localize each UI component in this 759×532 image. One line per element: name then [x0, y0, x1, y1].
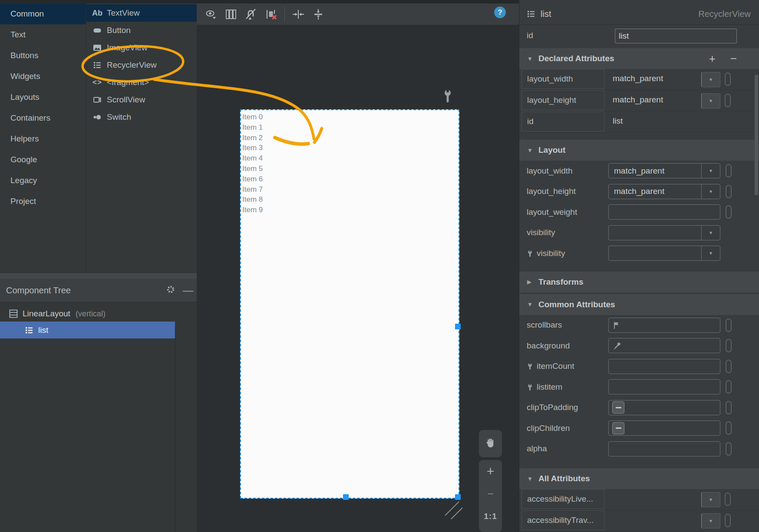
- section-header-transforms[interactable]: ▶Transforms: [519, 272, 759, 292]
- attribute-label: layout_width: [527, 166, 608, 176]
- palette-component-switch[interactable]: Switch: [86, 108, 197, 126]
- picker-icon[interactable]: [613, 342, 621, 350]
- section-header-declared[interactable]: ▼Declared Attributes+−: [519, 48, 759, 69]
- pin-toggle[interactable]: [726, 164, 732, 177]
- palette-category-project[interactable]: Project: [0, 191, 86, 212]
- attribute-row-id: idlist: [519, 112, 759, 133]
- palette-category-widgets[interactable]: Widgets: [0, 66, 86, 87]
- section-header-common[interactable]: ▼Common Attributes: [519, 294, 759, 315]
- picker-icon: [613, 342, 621, 350]
- palette-category-layouts[interactable]: Layouts: [0, 87, 86, 108]
- palette-category-helpers[interactable]: Helpers: [0, 128, 86, 149]
- dropdown-button[interactable]: ▼: [701, 93, 720, 108]
- pin-toggle[interactable]: [725, 493, 731, 506]
- combo-box[interactable]: match_parent▼: [608, 184, 720, 199]
- remove-attribute-button[interactable]: −: [730, 54, 737, 63]
- component-tree-rows: LinearLayout(vertical)list: [0, 302, 197, 338]
- chevron-down-icon: ▼: [527, 147, 538, 154]
- dropdown-button[interactable]: ▼: [701, 492, 720, 507]
- clear-constraints-button[interactable]: [261, 6, 281, 23]
- palette-component-fragment[interactable]: <><fragment>: [86, 74, 197, 91]
- zoom-reset-button[interactable]: 1:1: [479, 505, 502, 528]
- caret-down-icon[interactable]: ▼: [702, 189, 720, 194]
- text-field[interactable]: [608, 318, 720, 333]
- caret-down-icon[interactable]: ▼: [702, 251, 720, 256]
- pin-toggle[interactable]: [726, 319, 732, 332]
- text-field[interactable]: [608, 441, 720, 456]
- text-field[interactable]: [608, 204, 720, 220]
- caret-down-icon[interactable]: ▼: [702, 230, 720, 235]
- checkbox-indeterminate[interactable]: [612, 422, 624, 434]
- palette-category-common[interactable]: Common: [0, 3, 86, 24]
- section-title: All Attributes: [538, 474, 590, 483]
- palette-category-text[interactable]: Text: [0, 24, 86, 45]
- combo-box[interactable]: match_parent▼: [608, 163, 720, 178]
- tree-row-linearlayout[interactable]: LinearLayout(vertical): [0, 306, 197, 322]
- distribute-vertical-button[interactable]: [308, 6, 328, 23]
- device-preview-recyclerview[interactable]: Item 0Item 1Item 2Item 3Item 4Item 5Item…: [240, 109, 459, 499]
- text-field[interactable]: [608, 338, 720, 353]
- palette-component-scrollview[interactable]: ScrollView: [86, 91, 197, 108]
- palette-category-buttons[interactable]: Buttons: [0, 45, 86, 66]
- attributes-scrollbar-thumb[interactable]: [755, 75, 758, 195]
- pin-toggle[interactable]: [726, 442, 732, 456]
- palette-component-textview[interactable]: AbTextView: [86, 4, 197, 22]
- attribute-row-layout_width: layout_widthmatch_parent▼: [519, 69, 759, 90]
- component-tree-settings-button[interactable]: [162, 284, 179, 297]
- zoom-out-button[interactable]: −: [479, 483, 502, 505]
- pin-toggle[interactable]: [726, 401, 732, 414]
- recyclerview-item: Item 9: [242, 205, 459, 215]
- section-header-layout[interactable]: ▼Layout: [519, 140, 759, 161]
- caret-down-icon[interactable]: ▼: [702, 168, 720, 173]
- palette-category-legacy[interactable]: Legacy: [0, 170, 86, 191]
- pin-toggle[interactable]: [725, 94, 731, 107]
- id-input[interactable]: [615, 29, 737, 43]
- android-studio-layout-editor: CommonTextButtonsWidgetsLayoutsContainer…: [0, 0, 759, 532]
- pin-toggle[interactable]: [726, 205, 732, 219]
- pin-toggle[interactable]: [726, 339, 732, 352]
- align-horizontal-center-button[interactable]: [288, 6, 308, 23]
- pin-toggle[interactable]: [725, 72, 731, 86]
- palette-component-label: TextView: [107, 8, 140, 18]
- recyclerview-item: Item 6: [242, 174, 459, 184]
- autoconnect-off-button[interactable]: [241, 6, 261, 23]
- design-surface[interactable]: Item 0Item 1Item 2Item 3Item 4Item 5Item…: [197, 25, 519, 532]
- combo-box[interactable]: ▼: [608, 225, 720, 240]
- resize-handle-corner[interactable]: [455, 494, 461, 500]
- dropdown-button[interactable]: ▼: [701, 72, 720, 87]
- dropdown-button[interactable]: ▼: [701, 513, 720, 529]
- pan-button[interactable]: [479, 430, 502, 457]
- combo-box[interactable]: ▼: [608, 246, 720, 261]
- section-header-all[interactable]: ▼All Attributes: [519, 468, 759, 489]
- resize-handle-right[interactable]: [455, 324, 461, 329]
- pin-toggle[interactable]: [726, 360, 732, 373]
- attribute-label: accessibilityTrav...: [521, 510, 604, 530]
- resize-handle-bottom[interactable]: [343, 494, 349, 500]
- attribute-label: accessibilityLive...: [521, 489, 604, 509]
- palette-component-button[interactable]: Button: [86, 22, 197, 39]
- help-button[interactable]: ?: [494, 7, 506, 18]
- pin-toggle[interactable]: [726, 185, 732, 198]
- zoom-in-button[interactable]: +: [479, 460, 502, 483]
- view-options-button[interactable]: [201, 6, 221, 23]
- pin-toggle[interactable]: [725, 514, 731, 527]
- component-tree-hide-button[interactable]: —: [179, 284, 197, 296]
- palette-component-imageview[interactable]: ImageView: [86, 39, 197, 56]
- palette-category-containers[interactable]: Containers: [0, 108, 86, 128]
- checkbox-indeterminate[interactable]: [612, 401, 624, 414]
- chevron-down-icon: ▼: [527, 476, 538, 482]
- recyclerview-item: Item 0: [242, 112, 459, 122]
- palette-category-google[interactable]: Google: [0, 149, 86, 170]
- pin-toggle[interactable]: [726, 380, 732, 394]
- text-field[interactable]: [608, 359, 720, 374]
- orientation-variants-button[interactable]: [221, 6, 241, 23]
- pin-toggle[interactable]: [726, 421, 732, 435]
- tree-row-list[interactable]: list: [0, 322, 175, 338]
- palette-component-recyclerview[interactable]: RecyclerView: [86, 56, 197, 74]
- flag-icon[interactable]: [613, 321, 620, 329]
- attribute-row-accessibilityLive: accessibilityLive...▼: [519, 489, 759, 510]
- add-attribute-button[interactable]: +: [709, 54, 716, 63]
- text-field[interactable]: [608, 379, 720, 394]
- attribute-value: match_parent: [613, 74, 663, 83]
- wrench-icon: [443, 89, 452, 105]
